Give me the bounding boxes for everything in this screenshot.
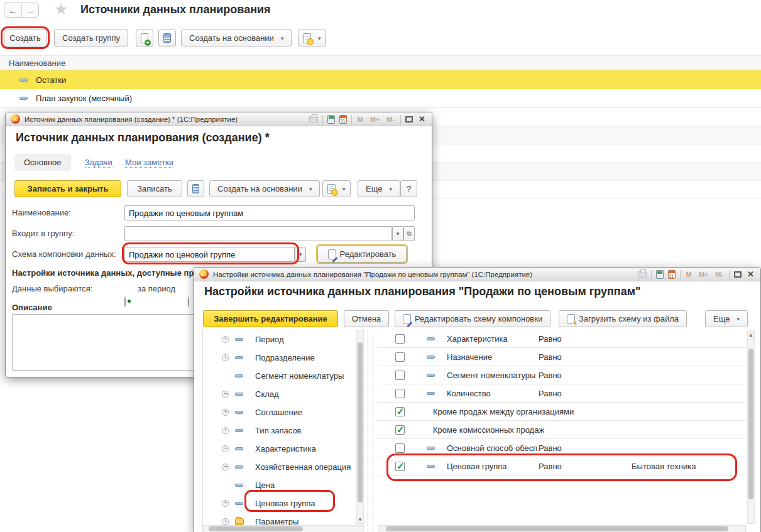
- dialog1-titlebar[interactable]: 1С Источник данных планирования (создани…: [6, 112, 432, 126]
- checkbox[interactable]: [395, 334, 405, 344]
- radio-second-option[interactable]: [188, 296, 189, 307]
- checkbox[interactable]: [395, 371, 405, 380]
- copy-item-button[interactable]: [136, 30, 153, 46]
- forward-button[interactable]: →: [21, 3, 38, 17]
- pane-splitter[interactable]: [368, 330, 368, 532]
- group-open-button[interactable]: ⧉: [403, 226, 415, 241]
- report-button[interactable]: [322, 180, 351, 197]
- tree-item-business-operation[interactable]: Хозяйственная операция: [203, 458, 360, 476]
- expand-icon[interactable]: [222, 445, 229, 452]
- checkbox-checked[interactable]: [395, 425, 405, 435]
- condition-row[interactable]: Сегмент номенклатуры Равно: [378, 366, 746, 384]
- table-row[interactable]: Остатки: [0, 70, 761, 89]
- expand-icon[interactable]: [222, 518, 229, 525]
- expand-icon[interactable]: [222, 500, 229, 507]
- edit-composition-schema-button[interactable]: Редактировать схему компоновки: [395, 310, 550, 327]
- group-input[interactable]: [124, 226, 392, 241]
- name-input[interactable]: Продажи по ценовым группам: [124, 205, 415, 220]
- create-based-on-button[interactable]: Создать на основании: [209, 180, 320, 197]
- condition-row[interactable]: Кроме комиссионных продаж: [378, 421, 746, 439]
- tab-my-notes[interactable]: Мои заметки: [125, 158, 173, 168]
- create-group-button[interactable]: Создать группу: [54, 30, 128, 46]
- create-button[interactable]: Создать: [4, 30, 47, 46]
- maximize-button[interactable]: [734, 271, 742, 278]
- schema-input[interactable]: Продажи по ценовой группе: [124, 247, 295, 262]
- scroll-down-arrow[interactable]: ▼: [356, 517, 364, 523]
- tree-horizontal-scrollbar[interactable]: [203, 525, 364, 532]
- conditions-horizontal-scrollbar[interactable]: [378, 525, 746, 532]
- expand-icon[interactable]: [222, 409, 229, 416]
- back-button[interactable]: ←: [4, 3, 21, 17]
- expand-icon[interactable]: [222, 427, 229, 434]
- table-row[interactable]: План закупок (месячный): [0, 89, 761, 108]
- condition-row[interactable]: Кроме продаж между организациями: [378, 403, 746, 421]
- condition-row[interactable]: Количество Равно: [378, 384, 746, 403]
- tree-item-agreement[interactable]: Соглашение: [203, 403, 354, 421]
- conditions-vertical-scrollbar[interactable]: ▲: [747, 330, 755, 524]
- memory-m-button[interactable]: M: [356, 116, 364, 123]
- load-schema-from-file-button[interactable]: Загрузить схему из файла: [559, 310, 687, 327]
- expand-icon[interactable]: [222, 464, 229, 470]
- calendar-icon[interactable]: 31: [339, 115, 347, 124]
- more-button[interactable]: Еще: [358, 180, 400, 197]
- close-button[interactable]: ✕: [746, 269, 755, 279]
- checkbox-checked[interactable]: [395, 407, 405, 416]
- checkbox-checked[interactable]: [395, 462, 405, 471]
- expand-icon[interactable]: [222, 391, 229, 398]
- checkbox[interactable]: [395, 352, 405, 362]
- condition-row[interactable]: Характеристика Равно: [378, 330, 746, 348]
- condition-row[interactable]: Назначение Равно: [378, 348, 746, 366]
- help-button[interactable]: ?: [400, 180, 417, 197]
- cancel-button[interactable]: Отмена: [344, 310, 389, 327]
- group-dropdown-button[interactable]: ▾: [392, 226, 403, 241]
- memory-mplus-button[interactable]: M+: [698, 271, 710, 278]
- dialog2-titlebar[interactable]: 1С Настройки источника данных планирован…: [194, 268, 760, 281]
- print-icon[interactable]: [638, 271, 647, 278]
- tree-item-period[interactable]: Период: [203, 330, 354, 349]
- more-button[interactable]: Еще: [705, 310, 748, 327]
- tree-item-price-group[interactable]: Ценовая группа: [203, 494, 354, 513]
- calendar-icon[interactable]: 31: [668, 270, 676, 279]
- scroll-thumb[interactable]: [748, 349, 753, 499]
- tree-item-characteristic[interactable]: Характеристика: [203, 440, 354, 458]
- checkbox[interactable]: [395, 389, 405, 398]
- edit-schema-button[interactable]: Редактировать: [317, 246, 407, 263]
- finish-editing-button[interactable]: Завершить редактирование: [203, 310, 338, 327]
- scroll-thumb[interactable]: [358, 342, 363, 502]
- condition-row[interactable]: Основной способ обесп... Равно: [378, 439, 746, 457]
- tab-main[interactable]: Основное: [14, 154, 71, 171]
- expand-icon[interactable]: [222, 336, 229, 343]
- favorite-star-icon[interactable]: ★: [54, 0, 68, 18]
- tree-item-stock-type[interactable]: Тип запасов: [203, 421, 354, 440]
- calculator-icon[interactable]: [327, 115, 335, 124]
- print-icon[interactable]: [309, 116, 318, 122]
- close-button[interactable]: ✕: [417, 114, 427, 124]
- memory-mminus-button[interactable]: M-: [714, 271, 725, 278]
- save-button[interactable]: Записать: [127, 180, 182, 197]
- list-settings-button[interactable]: [187, 180, 204, 197]
- column-header-name[interactable]: Наименование: [0, 55, 761, 70]
- tree-item-warehouse[interactable]: Склад: [203, 385, 354, 403]
- pane-splitter[interactable]: [373, 330, 373, 532]
- tree-item-segment[interactable]: Сегмент номенклатуры: [203, 367, 354, 385]
- tree-item-price[interactable]: Цена: [203, 476, 354, 494]
- calculator-icon[interactable]: [656, 270, 664, 279]
- scroll-thumb[interactable]: [209, 526, 303, 531]
- checkbox[interactable]: [395, 443, 405, 453]
- expand-icon[interactable]: [222, 354, 229, 361]
- memory-mminus-button[interactable]: M-: [385, 116, 396, 123]
- maximize-button[interactable]: [405, 116, 413, 122]
- list-settings-button[interactable]: [158, 30, 176, 46]
- scroll-thumb[interactable]: [386, 526, 728, 531]
- memory-m-button[interactable]: M: [685, 271, 693, 278]
- create-based-on-button[interactable]: Создать на основании: [181, 30, 292, 46]
- condition-row-price-group[interactable]: Ценовая группа Равно Бытовая техника: [378, 457, 746, 475]
- tree-vertical-scrollbar[interactable]: ▼: [356, 330, 364, 524]
- save-and-close-button[interactable]: Записать и закрыть: [14, 180, 121, 197]
- tab-tasks[interactable]: Задачи: [85, 158, 112, 168]
- memory-mplus-button[interactable]: M+: [369, 116, 381, 123]
- schema-dropdown-button[interactable]: ▾: [295, 247, 306, 262]
- scroll-up-arrow[interactable]: ▲: [747, 332, 755, 338]
- report-button[interactable]: [298, 30, 326, 46]
- radio-for-period[interactable]: [124, 296, 126, 307]
